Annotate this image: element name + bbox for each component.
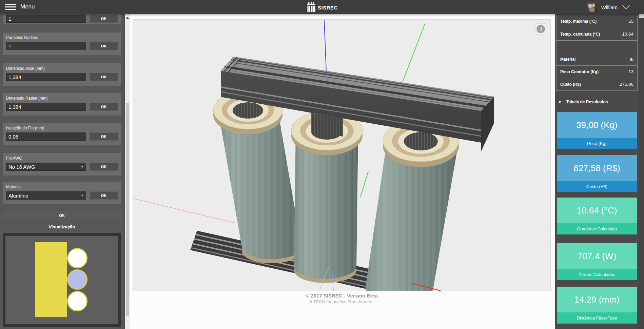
sidebar-scrollbar[interactable] xyxy=(125,14,130,329)
left-sidebar: OK Paralelos Radiais OK Dimensão Axial (… xyxy=(0,0,123,329)
card-label: Custo (R$) xyxy=(557,181,637,192)
card-label: Peso (Kg) xyxy=(557,138,637,149)
card-label: Distância Fase-Fase xyxy=(557,312,637,324)
card-value: 827,58 (R$) xyxy=(557,155,637,181)
row-value: 10.64 xyxy=(622,32,633,37)
submit-all-ok-button[interactable]: OK xyxy=(3,211,121,220)
info-icon: i xyxy=(536,25,545,33)
isolacao-fio-input[interactable] xyxy=(6,132,86,141)
ok-button-4[interactable]: OK xyxy=(90,132,118,141)
3d-viewport[interactable]: i xyxy=(133,19,551,291)
chevron-down-icon: ▼ xyxy=(81,165,84,168)
ok-button-6[interactable]: OK xyxy=(90,191,118,200)
company-tagline: ILTECH Innovative Transformers xyxy=(133,299,551,304)
scrollbar-thumb[interactable] xyxy=(639,14,644,18)
table-row: Custo (R$) 275.86 xyxy=(557,78,637,90)
param-label: Paralelos Radiais xyxy=(6,35,38,40)
param-group-dimensao-radial: Dimensão Radial (mm) OK xyxy=(3,93,121,116)
fio-awg-selected-value: No 16 AWG xyxy=(8,164,35,170)
chevron-down-icon xyxy=(622,5,630,9)
param-label: Fio AWG xyxy=(6,156,22,161)
param-input-0[interactable] xyxy=(6,15,86,23)
param-group-isolacao-fio: Isolação do Fio (mm) OK xyxy=(3,123,121,145)
hamburger-menu-icon[interactable] xyxy=(5,4,16,11)
results-table: Temp. máxima (°C) 55 Temp. calculada (°C… xyxy=(556,15,638,91)
results-sidebar: Temp. máxima (°C) 55 Temp. calculada (°C… xyxy=(555,14,639,329)
card-value: 39,00 (Kg) xyxy=(557,112,637,138)
row-label: Custo (R$) xyxy=(560,82,581,87)
param-label: Dimensão Radial (mm) xyxy=(6,96,48,101)
user-avatar xyxy=(587,2,597,12)
triangle-right-icon: ► xyxy=(559,100,562,104)
app-name: SISREC xyxy=(318,5,338,11)
user-menu[interactable]: William xyxy=(587,0,630,14)
winding-rect-shape xyxy=(35,242,67,317)
conductor-circle-top xyxy=(67,248,87,268)
top-header-bar: Menu SISREC William xyxy=(0,0,644,14)
table-row-empty xyxy=(557,40,637,53)
result-card-gradiente[interactable]: 10.64 (°C) Gradiente Calculado xyxy=(557,198,637,234)
ok-button-3[interactable]: OK xyxy=(90,103,118,111)
result-card-distancia[interactable]: 14.29 (mm) Distância Fase-Fase xyxy=(557,287,637,324)
row-label: Material xyxy=(560,57,575,62)
row-value: 275.86 xyxy=(620,82,633,87)
paralelos-radiais-input[interactable] xyxy=(6,42,86,50)
winding-cross-section-preview xyxy=(3,233,121,327)
card-label: Perdas Calculadas xyxy=(557,269,637,280)
ok-button-2[interactable]: OK xyxy=(90,73,118,81)
row-label: Temp. calculada (°C) xyxy=(560,32,600,37)
card-value: 10.64 (°C) xyxy=(557,198,637,223)
param-group-paralelos-radiais: Paralelos Radiais OK xyxy=(3,33,121,55)
card-value: 707.4 (W) xyxy=(557,243,637,269)
row-label: Peso Condutor (Kg) xyxy=(560,69,599,74)
param-group-fio-awg: Fio AWG No 16 AWG ▼ OK xyxy=(3,153,121,176)
table-row: Peso Condutor (Kg) 13 xyxy=(557,65,637,78)
transformer-logo-icon xyxy=(307,2,315,13)
dimensao-radial-input[interactable] xyxy=(6,103,86,111)
visualization-title: Visualização xyxy=(3,224,121,229)
conductor-circle-middle xyxy=(67,269,87,290)
scroll-up-arrow-icon[interactable] xyxy=(126,17,129,19)
result-card-custo[interactable]: 827,58 (R$) Custo (R$) xyxy=(557,155,637,192)
preview-background xyxy=(5,236,118,324)
app-window: OK Paralelos Radiais OK Dimensão Axial (… xyxy=(0,0,644,329)
ok-button-0[interactable]: OK xyxy=(90,15,118,23)
param-label: Isolação do Fio (mm) xyxy=(6,126,44,130)
card-value: 14.29 (mm) xyxy=(557,287,637,312)
ok-button-1[interactable]: OK xyxy=(90,42,118,50)
copyright-text: © 2017 SISREC - Version Beta xyxy=(133,293,551,299)
info-button[interactable]: i xyxy=(535,23,546,35)
conductor-circle-bottom xyxy=(67,291,87,311)
app-logo: SISREC xyxy=(307,2,338,13)
results-toggle-label: Tabela de Resultados xyxy=(566,100,608,104)
param-label: Material xyxy=(6,185,21,189)
table-row: Temp. máxima (°C) 55 xyxy=(557,15,637,28)
card-label: Gradiente Calculado xyxy=(557,223,637,234)
material-selected-value: Alumínio xyxy=(8,193,28,199)
result-card-peso[interactable]: 39,00 (Kg) Peso (Kg) xyxy=(557,112,637,149)
winding-cylinder-middle xyxy=(291,111,363,283)
transformer-3d-render xyxy=(133,20,550,291)
main-content: i © 2017 SISREC - Version Beta ILTECH In… xyxy=(130,14,555,329)
results-table-toggle[interactable]: ► Tabela de Resultados xyxy=(556,98,638,107)
table-row: Material al xyxy=(557,53,637,65)
row-label: Temp. máxima (°C) xyxy=(560,19,597,24)
row-value: al xyxy=(630,57,633,62)
material-select[interactable]: Alumínio ▼ xyxy=(6,191,86,200)
ok-button-5[interactable]: OK xyxy=(90,163,118,171)
chevron-down-icon: ▼ xyxy=(81,194,84,197)
dimensao-axial-input[interactable] xyxy=(6,73,86,81)
menu-label[interactable]: Menu xyxy=(20,3,35,10)
param-group-dimensao-axial: Dimensão Axial (mm) OK xyxy=(3,63,121,86)
fio-awg-select[interactable]: No 16 AWG ▼ xyxy=(6,163,86,171)
param-group-material: Material Alumínio ▼ OK xyxy=(3,182,121,204)
result-card-perdas[interactable]: 707.4 (W) Perdas Calculadas xyxy=(557,243,637,280)
user-name: William xyxy=(601,4,618,10)
table-row: Temp. calculada (°C) 10.64 xyxy=(557,28,637,40)
param-label: Dimensão Axial (mm) xyxy=(6,66,45,71)
page-scrollbar[interactable] xyxy=(639,14,644,329)
scrollbar-thumb[interactable] xyxy=(126,103,129,316)
row-value: 55 xyxy=(628,19,633,24)
canvas-footer: © 2017 SISREC - Version Beta ILTECH Inno… xyxy=(133,293,551,304)
row-value: 13 xyxy=(628,69,633,74)
